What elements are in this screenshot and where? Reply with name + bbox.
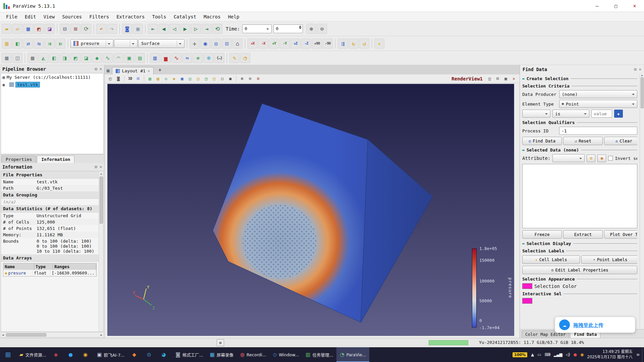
element-type-combo[interactable]: Point [559, 100, 637, 108]
edit-color-map-icon[interactable]: ◧ [12, 39, 22, 49]
contour-icon[interactable]: ◭ [38, 53, 48, 63]
select-block-icon[interactable]: ▣ [178, 75, 186, 82]
taskbar-edge[interactable]: ◕ [157, 347, 172, 362]
hover-cells-icon[interactable]: ◻ [219, 75, 226, 82]
taskbar-paraview[interactable]: ◔ ParaVie... [336, 347, 369, 362]
taskbar-task-manager[interactable]: ▥ 任务管理... [302, 347, 336, 362]
tray-security-icon[interactable]: ● [574, 352, 577, 357]
upload-overlay[interactable]: ☁ 拖拽至此上传 [555, 317, 635, 333]
taskbar-windows-tool[interactable]: ◇ Window... [270, 347, 303, 362]
probe-filter-icon[interactable]: ≉ [193, 53, 203, 63]
split-vertical-icon[interactable]: ⊟ [494, 75, 501, 82]
loop-icon[interactable]: ⟲ [212, 24, 222, 34]
clip-icon[interactable]: ◧ [49, 53, 59, 63]
freeze-button[interactable]: Freeze [522, 230, 562, 239]
taskbar-clock[interactable]: 13:49:25 星期五 2025年1月17日 腊月十八 [587, 349, 633, 360]
rescale-visible-icon[interactable]: ⇇ [55, 39, 65, 49]
rescale-temporal-icon[interactable]: ⇉ [45, 39, 55, 49]
taskbar-file-explorer[interactable]: ▰ 文件资源... [16, 347, 49, 362]
selected-data-table[interactable] [522, 164, 637, 228]
taskbar-meeting-app[interactable]: ● [64, 347, 79, 362]
rescale-to-data-icon[interactable]: ⇄ [23, 39, 33, 49]
color-legend[interactable]: 1.8e+05150000100000500000-1.7e+04 presur… [472, 246, 513, 330]
load-state-icon[interactable]: ◩ [34, 24, 44, 34]
light-kit-icon[interactable]: ✦ [374, 39, 384, 49]
invert-selection-checkbox[interactable] [608, 156, 613, 161]
selection-color-swatch[interactable] [522, 283, 532, 289]
menu-item[interactable]: File [3, 13, 21, 20]
render-scene[interactable] [108, 84, 514, 336]
clear-selection-icon[interactable]: ⊘ [255, 75, 262, 82]
rotate-90-cw-icon[interactable]: -90 [323, 39, 333, 49]
select-frustum-cells-icon[interactable]: ◱ [186, 75, 194, 82]
edit-points-icon[interactable]: ◫ [12, 53, 22, 63]
export-scene-icon[interactable]: ◰ [107, 75, 114, 82]
menu-item[interactable]: Filters [86, 13, 112, 20]
pipeline-server-item[interactable]: ▣ My Server (cs://localhost:11111) [1, 73, 103, 81]
close-layout-tab-icon[interactable]: × [148, 69, 150, 73]
tab-properties[interactable]: Properties [1, 156, 36, 163]
rotate-90-ccw-icon[interactable]: +90 [312, 39, 322, 49]
layout-grid-icon[interactable]: ▦ [107, 68, 109, 73]
last-frame-icon[interactable]: ⇥ [202, 24, 212, 34]
scrollbar-thumb[interactable] [6, 333, 46, 337]
play-backward-icon[interactable]: ◁ [169, 24, 179, 34]
extract-button[interactable]: Extract [563, 230, 603, 239]
criteria-term-combo[interactable] [522, 110, 550, 118]
scroll-up-icon[interactable]: ▲ [641, 74, 643, 77]
glyph-filter-icon[interactable]: ◆ [92, 53, 102, 63]
stream-tracer-icon[interactable]: ∿ [103, 53, 113, 63]
connect-server-icon[interactable]: ⊟ [60, 24, 70, 34]
representation-combo[interactable]: Surface [138, 39, 184, 48]
minus-z-view-icon[interactable]: -Z [301, 39, 311, 49]
plus-y-view-icon[interactable]: +Y [269, 39, 279, 49]
taskbar-oufei-ai[interactable]: ▣ 欧飞AI-7... [94, 347, 128, 362]
data-producer-combo[interactable]: (none) [559, 90, 637, 98]
scroll-left-icon[interactable]: ◀ [1, 333, 5, 337]
point-labels-combo[interactable]: ∙Point Labels [581, 255, 637, 264]
edit-label-properties-button[interactable]: ⚙Edit Label Properties [522, 266, 637, 274]
taskbar-wps[interactable]: ◈ [49, 347, 64, 362]
histogram-icon[interactable]: ▅ [161, 53, 171, 63]
close-view-icon[interactable]: × [510, 75, 518, 82]
menu-item[interactable]: View [40, 13, 58, 20]
battery-indicator[interactable]: 100% [513, 352, 527, 357]
first-frame-icon[interactable]: ⇤ [148, 24, 158, 34]
taskbar-search-app[interactable]: ⊙ [143, 347, 157, 362]
vertical-scrollbar[interactable]: ▲ [640, 74, 644, 329]
criteria-value-input[interactable] [591, 110, 612, 118]
clear-button[interactable]: ♻Clear [604, 137, 637, 145]
group-datasets-icon[interactable]: ▣ [124, 53, 134, 63]
action-center-icon[interactable]: ≡ [636, 352, 639, 357]
hover-points-icon[interactable]: ◼ [227, 75, 234, 82]
minus-x-view-icon[interactable]: -X [258, 39, 268, 49]
interaction-mode-3d-icon[interactable]: 3D [126, 75, 134, 82]
close-panel-icon[interactable]: × [100, 165, 102, 169]
threshold-icon[interactable]: ◩ [70, 53, 80, 63]
abort-button[interactable]: ⊠ [217, 339, 224, 346]
spinner-arrows-icon[interactable] [299, 25, 302, 29]
menu-item[interactable]: Tools [149, 13, 169, 20]
plot-spreadsheet-icon[interactable]: ▥ [150, 53, 160, 63]
minimize-button[interactable]: — [588, 0, 606, 12]
frame-spinbox[interactable]: 0 [273, 24, 303, 33]
select-cells-rect-icon[interactable]: ▧ [146, 75, 154, 82]
reset-camera-icon[interactable]: ⌂ [232, 39, 243, 49]
menu-item[interactable]: Sources [59, 13, 85, 20]
camera-undo-icon[interactable]: ◙ [122, 24, 132, 34]
open-recent-icon[interactable]: ▱ [12, 24, 22, 34]
python-calculator-icon[interactable]: {…} [214, 53, 224, 63]
marble-icon[interactable]: ● [597, 155, 606, 162]
close-panel-icon[interactable]: × [100, 67, 102, 71]
undock-panel-icon[interactable]: ⊡ [634, 67, 637, 72]
show-desktop-button[interactable] [642, 347, 644, 362]
warp-by-vector-icon[interactable]: ◠ [113, 53, 123, 63]
tab-layout-1[interactable]: Layout #1 × [112, 67, 154, 74]
plot-over-line-icon[interactable]: ∿ [171, 53, 181, 63]
interactive-selection-color-swatch[interactable] [522, 298, 532, 304]
save-state-icon[interactable]: ◪ [45, 24, 55, 34]
find-data-button[interactable]: ◎Find Data [522, 137, 562, 145]
taskbar-format-factory[interactable]: ◙ 格式工厂... [172, 347, 206, 362]
taskbar-recording[interactable]: ◍ Recordi... [237, 347, 270, 362]
select-frustum-points-icon[interactable]: ◲ [195, 75, 202, 82]
